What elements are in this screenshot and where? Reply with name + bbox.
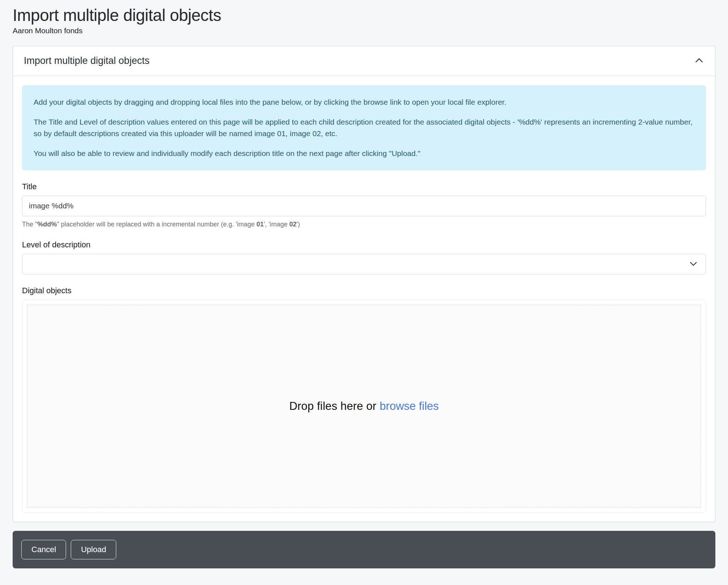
info-alert: Add your digital objects by dragging and…: [22, 85, 706, 170]
level-of-description-label: Level of description: [22, 240, 706, 250]
browse-files-link[interactable]: browse files: [380, 400, 439, 413]
title-label: Title: [22, 182, 706, 191]
drop-files-text: Drop files here or: [289, 400, 376, 413]
info-paragraph: The Title and Level of description value…: [34, 116, 694, 139]
dropzone[interactable]: Drop files here or browse files: [22, 300, 706, 513]
page: Import multiple digital objects Aaron Mo…: [0, 0, 728, 568]
info-paragraph: You will also be able to review and indi…: [34, 148, 694, 159]
info-paragraph: Add your digital objects by dragging and…: [34, 96, 694, 108]
title-help-text: The "%dd%" placeholder will be replaced …: [22, 220, 706, 229]
title-input[interactable]: [22, 196, 706, 216]
chevron-up-icon[interactable]: [694, 56, 704, 66]
help-segment: The ": [22, 221, 37, 228]
panel-body: Add your digital objects by dragging and…: [13, 76, 715, 522]
panel-title: Import multiple digital objects: [24, 55, 149, 66]
page-header: Import multiple digital objects Aaron Mo…: [13, 6, 715, 35]
digital-objects-label: Digital objects: [22, 286, 706, 295]
page-title: Import multiple digital objects: [13, 6, 715, 25]
level-select-wrap: [22, 254, 706, 274]
help-segment: '): [297, 221, 300, 228]
cancel-button[interactable]: Cancel: [21, 540, 66, 559]
help-segment-bold: 02: [289, 221, 296, 228]
help-segment: ', 'image: [264, 221, 289, 228]
help-segment: " placeholder will be replaced with a in…: [57, 221, 256, 228]
import-panel: Import multiple digital objects Add your…: [13, 46, 715, 522]
level-of-description-select[interactable]: [22, 254, 706, 274]
help-segment-bold: 01: [257, 221, 264, 228]
dropzone-inner[interactable]: Drop files here or browse files: [27, 305, 701, 508]
help-segment-bold: %dd%: [37, 221, 57, 228]
panel-header-toggle[interactable]: Import multiple digital objects: [13, 46, 715, 76]
upload-button[interactable]: Upload: [71, 540, 116, 559]
page-subtitle: Aaron Moulton fonds: [13, 26, 715, 35]
actions-bar: Cancel Upload: [13, 531, 715, 568]
